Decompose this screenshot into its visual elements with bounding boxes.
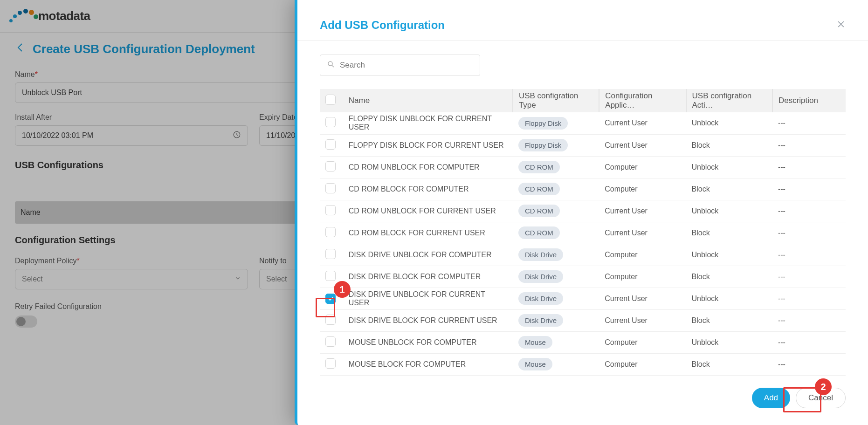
cell-applicability: Computer bbox=[599, 266, 686, 288]
modal-title: Add USB Configuration bbox=[320, 19, 445, 32]
usb-config-table: Name USB configration Type Configuration… bbox=[320, 89, 846, 376]
cell-type: CD ROM bbox=[513, 178, 599, 200]
th-action: USB configration Acti… bbox=[686, 89, 772, 112]
select-all-checkbox[interactable] bbox=[325, 95, 336, 105]
svg-point-1 bbox=[328, 62, 332, 66]
cell-description: --- bbox=[772, 134, 846, 156]
cell-action: Block bbox=[686, 309, 772, 331]
cell-description: --- bbox=[772, 331, 846, 353]
search-icon bbox=[327, 60, 335, 71]
cell-description: --- bbox=[772, 112, 846, 134]
cell-action: Unblock bbox=[686, 331, 772, 353]
cell-name: MOUSE BLOCK FOR COMPUTER bbox=[343, 353, 513, 375]
cell-action: Unblock bbox=[686, 200, 772, 222]
add-usb-config-modal: Add USB Configuration Name USB configrat… bbox=[295, 0, 868, 425]
row-checkbox[interactable] bbox=[325, 139, 336, 150]
cell-name: DISK DRIVE BLOCK FOR CURRENT USER bbox=[343, 309, 513, 331]
table-row: CD ROM BLOCK FOR COMPUTERCD ROMComputerB… bbox=[320, 178, 846, 200]
row-checkbox[interactable] bbox=[325, 336, 336, 347]
table-row: DISK DRIVE BLOCK FOR COMPUTERDisk DriveC… bbox=[320, 266, 846, 288]
cell-description: --- bbox=[772, 156, 846, 178]
table-row: CD ROM BLOCK FOR CURRENT USERCD ROMCurre… bbox=[320, 222, 846, 244]
cell-action: Unblock bbox=[686, 156, 772, 178]
row-checkbox[interactable] bbox=[325, 249, 336, 259]
cell-applicability: Computer bbox=[599, 156, 686, 178]
cell-name: FLOPPY DISK BLOCK FOR CURRENT USER bbox=[343, 134, 513, 156]
table-row: FLOPPY DISK BLOCK FOR CURRENT USERFloppy… bbox=[320, 134, 846, 156]
cell-name: CD ROM UNBLOCK FOR COMPUTER bbox=[343, 156, 513, 178]
search-input[interactable] bbox=[340, 61, 473, 70]
cell-action: Block bbox=[686, 266, 772, 288]
table-row: MOUSE UNBLOCK FOR COMPUTERMouseComputerU… bbox=[320, 331, 846, 353]
annotation-box-1 bbox=[316, 298, 335, 317]
cell-action: Unblock bbox=[686, 244, 772, 266]
table-row: CD ROM UNBLOCK FOR COMPUTERCD ROMCompute… bbox=[320, 156, 846, 178]
cell-action: Block bbox=[686, 353, 772, 375]
table-row: DISK DRIVE UNBLOCK FOR CURRENT USERDisk … bbox=[320, 288, 846, 309]
th-description: Description bbox=[772, 89, 846, 112]
table-row: FLOPPY DISK UNBLOCK FOR CURRENT USERFlop… bbox=[320, 112, 846, 134]
cell-name: CD ROM BLOCK FOR CURRENT USER bbox=[343, 222, 513, 244]
cell-type: Disk Drive bbox=[513, 266, 599, 288]
cell-action: Block bbox=[686, 178, 772, 200]
cell-applicability: Computer bbox=[599, 244, 686, 266]
row-checkbox[interactable] bbox=[325, 205, 336, 215]
row-checkbox[interactable] bbox=[325, 358, 336, 369]
table-row: DISK DRIVE BLOCK FOR CURRENT USERDisk Dr… bbox=[320, 309, 846, 331]
cell-type: CD ROM bbox=[513, 156, 599, 178]
cell-description: --- bbox=[772, 288, 846, 309]
cell-name: DISK DRIVE UNBLOCK FOR COMPUTER bbox=[343, 244, 513, 266]
cell-type: Floppy Disk bbox=[513, 134, 599, 156]
cell-description: --- bbox=[772, 178, 846, 200]
cell-action: Block bbox=[686, 222, 772, 244]
row-checkbox[interactable] bbox=[325, 117, 336, 127]
cell-type: CD ROM bbox=[513, 222, 599, 244]
cell-applicability: Current User bbox=[599, 309, 686, 331]
cell-type: Disk Drive bbox=[513, 288, 599, 309]
cell-action: Unblock bbox=[686, 112, 772, 134]
cell-name: DISK DRIVE BLOCK FOR COMPUTER bbox=[343, 266, 513, 288]
cell-type: Disk Drive bbox=[513, 309, 599, 331]
table-row: DISK DRIVE UNBLOCK FOR COMPUTERDisk Driv… bbox=[320, 244, 846, 266]
table-row: MOUSE BLOCK FOR COMPUTERMouseComputerBlo… bbox=[320, 353, 846, 375]
cell-name: MOUSE UNBLOCK FOR COMPUTER bbox=[343, 331, 513, 353]
cell-action: Block bbox=[686, 134, 772, 156]
row-checkbox[interactable] bbox=[325, 227, 336, 237]
cell-description: --- bbox=[772, 200, 846, 222]
cell-applicability: Current User bbox=[599, 288, 686, 309]
close-icon[interactable] bbox=[836, 20, 846, 31]
row-checkbox[interactable] bbox=[325, 271, 336, 281]
cell-type: Mouse bbox=[513, 331, 599, 353]
cell-name: CD ROM BLOCK FOR COMPUTER bbox=[343, 178, 513, 200]
cell-description: --- bbox=[772, 222, 846, 244]
row-checkbox[interactable] bbox=[325, 161, 336, 171]
cell-name: CD ROM UNBLOCK FOR CURRENT USER bbox=[343, 200, 513, 222]
cell-applicability: Current User bbox=[599, 200, 686, 222]
cell-description: --- bbox=[772, 353, 846, 375]
cell-description: --- bbox=[772, 244, 846, 266]
th-type: USB configration Type bbox=[513, 89, 599, 112]
cell-name: DISK DRIVE UNBLOCK FOR CURRENT USER bbox=[343, 288, 513, 309]
cell-applicability: Computer bbox=[599, 331, 686, 353]
cell-description: --- bbox=[772, 309, 846, 331]
cell-type: Floppy Disk bbox=[513, 112, 599, 134]
cell-action: Unblock bbox=[686, 288, 772, 309]
cell-applicability: Current User bbox=[599, 222, 686, 244]
cell-applicability: Computer bbox=[599, 178, 686, 200]
th-applicability: Configuration Applic… bbox=[599, 89, 686, 112]
cell-type: Disk Drive bbox=[513, 244, 599, 266]
cell-type: CD ROM bbox=[513, 200, 599, 222]
row-checkbox[interactable] bbox=[325, 183, 336, 193]
annotation-marker-1: 1 bbox=[334, 281, 351, 298]
cell-description: --- bbox=[772, 266, 846, 288]
cell-applicability: Current User bbox=[599, 134, 686, 156]
cell-applicability: Computer bbox=[599, 353, 686, 375]
cell-applicability: Current User bbox=[599, 112, 686, 134]
annotation-marker-2: 2 bbox=[815, 378, 832, 395]
cell-type: Mouse bbox=[513, 353, 599, 375]
table-row: CD ROM UNBLOCK FOR CURRENT USERCD ROMCur… bbox=[320, 200, 846, 222]
search-input-wrap[interactable] bbox=[320, 55, 480, 76]
th-name: Name bbox=[343, 89, 513, 112]
cell-name: FLOPPY DISK UNBLOCK FOR CURRENT USER bbox=[343, 112, 513, 134]
